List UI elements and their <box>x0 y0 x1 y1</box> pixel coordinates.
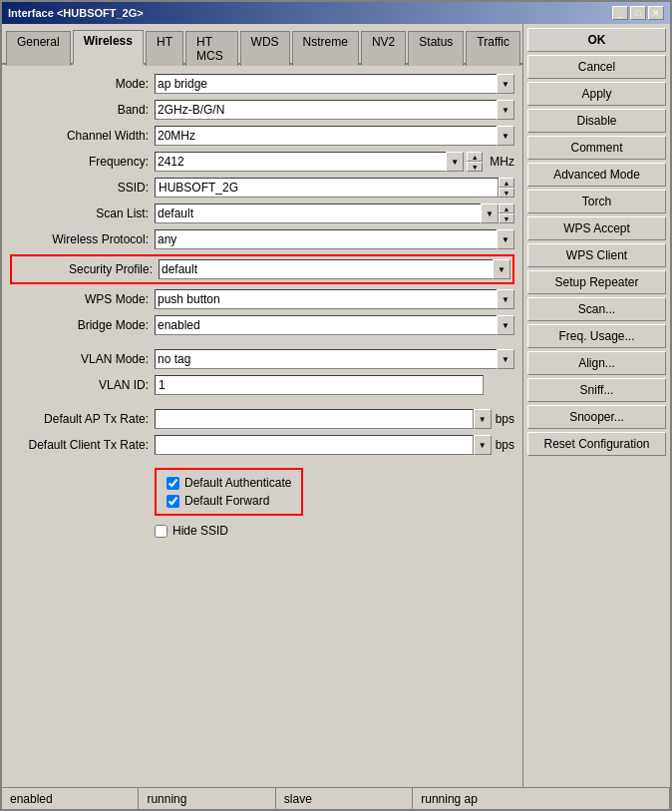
default-client-tx-dropdown-arrow[interactable]: ▼ <box>474 435 492 455</box>
setup-repeater-button[interactable]: Setup Repeater <box>527 270 666 294</box>
ssid-up-button[interactable]: ▲ <box>499 178 514 188</box>
cancel-button[interactable]: Cancel <box>527 55 666 79</box>
freq-usage-button[interactable]: Freq. Usage... <box>527 324 666 348</box>
tab-ht[interactable]: HT <box>146 31 183 66</box>
snooper-button[interactable]: Snooper... <box>527 405 666 429</box>
bridge-mode-row: Bridge Mode: enabled ▼ <box>10 314 514 336</box>
default-ap-tx-row: Default AP Tx Rate: ▼ bps <box>10 408 514 430</box>
window-title: Interface <HUBSOFT_2G> <box>8 7 144 19</box>
comment-button[interactable]: Comment <box>527 136 666 160</box>
ssid-scroll-buttons: ▲ ▼ <box>499 178 514 198</box>
sniff-button[interactable]: Sniff... <box>527 378 666 402</box>
hide-ssid-checkbox[interactable] <box>155 525 168 538</box>
band-row: Band: 2GHz-B/G/N ▼ <box>10 99 514 121</box>
tabs-bar: General Wireless HT HT MCS WDS Nstreme N… <box>2 24 522 65</box>
tab-ht-mcs[interactable]: HT MCS <box>185 31 238 66</box>
vlan-id-row: VLAN ID: <box>10 374 514 396</box>
default-client-tx-label: Default Client Tx Rate: <box>10 438 155 452</box>
band-label: Band: <box>10 103 155 117</box>
wps-mode-select[interactable]: push button <box>155 289 514 309</box>
frequency-control: 2412 ▼ ▲ ▼ MHz <box>155 152 514 172</box>
content-area: General Wireless HT HT MCS WDS Nstreme N… <box>2 24 670 787</box>
default-client-tx-bps-label: bps <box>496 438 514 452</box>
scan-list-row: Scan List: default ▼ ▲ ▼ <box>10 203 514 224</box>
tab-nv2[interactable]: NV2 <box>361 31 406 66</box>
scan-list-down-button[interactable]: ▼ <box>499 213 514 223</box>
security-profile-row: Security Profile: default ▼ <box>14 258 510 280</box>
security-profile-select-wrapper: default ▼ <box>159 259 510 279</box>
default-client-tx-input[interactable] <box>155 435 474 455</box>
scan-list-up-button[interactable]: ▲ <box>499 203 514 213</box>
close-button[interactable]: ✕ <box>648 6 664 20</box>
tab-general[interactable]: General <box>6 31 71 66</box>
tab-wireless[interactable]: Wireless <box>73 30 144 65</box>
default-authenticate-checkbox[interactable] <box>167 477 179 490</box>
default-authenticate-label: Default Authenticate <box>184 476 291 490</box>
bridge-mode-select[interactable]: enabled <box>155 315 514 335</box>
wps-accept-button[interactable]: WPS Accept <box>527 216 666 240</box>
scan-list-select-wrapper: default ▼ <box>155 203 499 223</box>
frequency-select[interactable]: 2412 <box>155 152 464 172</box>
advanced-mode-button[interactable]: Advanced Mode <box>527 163 666 187</box>
vlan-id-input[interactable] <box>155 375 484 395</box>
tab-nstreme[interactable]: Nstreme <box>292 31 359 66</box>
frequency-select-wrapper: 2412 ▼ <box>155 152 464 172</box>
ssid-down-button[interactable]: ▼ <box>499 188 514 198</box>
tab-traffic[interactable]: Traffic <box>466 31 520 66</box>
security-profile-select[interactable]: default <box>159 259 510 279</box>
scan-list-select[interactable]: default <box>155 203 499 223</box>
tab-status[interactable]: Status <box>408 31 464 66</box>
frequency-down-button[interactable]: ▼ <box>467 162 483 172</box>
title-bar: Interface <HUBSOFT_2G> _ □ ✕ <box>2 2 670 24</box>
status-item-1: enabled <box>2 788 139 809</box>
ok-button[interactable]: OK <box>527 28 666 52</box>
default-ap-tx-dropdown-arrow[interactable]: ▼ <box>474 409 492 429</box>
ssid-input[interactable] <box>155 178 499 198</box>
separator2 <box>10 400 514 408</box>
bridge-mode-select-wrapper: enabled ▼ <box>155 315 514 335</box>
align-button[interactable]: Align... <box>527 351 666 375</box>
wireless-protocol-select[interactable]: any <box>155 229 514 249</box>
bridge-mode-control: enabled ▼ <box>155 315 514 335</box>
default-ap-tx-input[interactable] <box>155 409 474 429</box>
separator1 <box>10 340 514 348</box>
channel-width-select[interactable]: 20MHz <box>155 126 514 146</box>
wps-mode-control: push button ▼ <box>155 289 514 309</box>
status-item-3: slave <box>276 788 413 809</box>
vlan-mode-control: no tag ▼ <box>155 349 514 369</box>
form-area: Mode: ap bridge ▼ Band: <box>2 65 522 787</box>
ssid-label: SSID: <box>10 181 155 195</box>
mode-select-wrapper: ap bridge ▼ <box>155 74 514 94</box>
default-client-tx-control: ▼ bps <box>155 435 514 455</box>
checkbox-group: Default Authenticate Default Forward <box>155 468 303 516</box>
status-item-2: running <box>139 788 275 809</box>
minimize-button[interactable]: _ <box>612 6 628 20</box>
ssid-row: SSID: ▲ ▼ <box>10 177 514 199</box>
bridge-mode-label: Bridge Mode: <box>10 318 155 332</box>
scan-list-label: Scan List: <box>10 206 155 220</box>
frequency-scroll-buttons: ▲ ▼ <box>467 152 483 172</box>
mode-select[interactable]: ap bridge <box>155 74 514 94</box>
default-forward-row: Default Forward <box>167 494 291 508</box>
reset-configuration-button[interactable]: Reset Configuration <box>527 432 666 456</box>
side-panel: OK Cancel Apply Disable Comment Advanced… <box>522 24 670 787</box>
default-forward-label: Default Forward <box>184 494 269 508</box>
vlan-mode-select[interactable]: no tag <box>155 349 514 369</box>
torch-button[interactable]: Torch <box>527 190 666 213</box>
frequency-up-button[interactable]: ▲ <box>467 152 483 162</box>
band-select[interactable]: 2GHz-B/G/N <box>155 100 514 120</box>
vlan-mode-row: VLAN Mode: no tag ▼ <box>10 348 514 370</box>
ssid-control: ▲ ▼ <box>155 178 514 198</box>
default-forward-checkbox[interactable] <box>167 495 179 508</box>
security-profile-wrapper: Security Profile: default ▼ <box>10 254 514 284</box>
disable-button[interactable]: Disable <box>527 109 666 133</box>
wps-client-button[interactable]: WPS Client <box>527 243 666 267</box>
frequency-label: Frequency: <box>10 155 155 169</box>
tab-wds[interactable]: WDS <box>240 31 290 66</box>
apply-button[interactable]: Apply <box>527 82 666 106</box>
channel-width-control: 20MHz ▼ <box>155 126 514 146</box>
wps-mode-select-wrapper: push button ▼ <box>155 289 514 309</box>
maximize-button[interactable]: □ <box>630 6 646 20</box>
mode-row: Mode: ap bridge ▼ <box>10 73 514 95</box>
scan-button[interactable]: Scan... <box>527 297 666 321</box>
